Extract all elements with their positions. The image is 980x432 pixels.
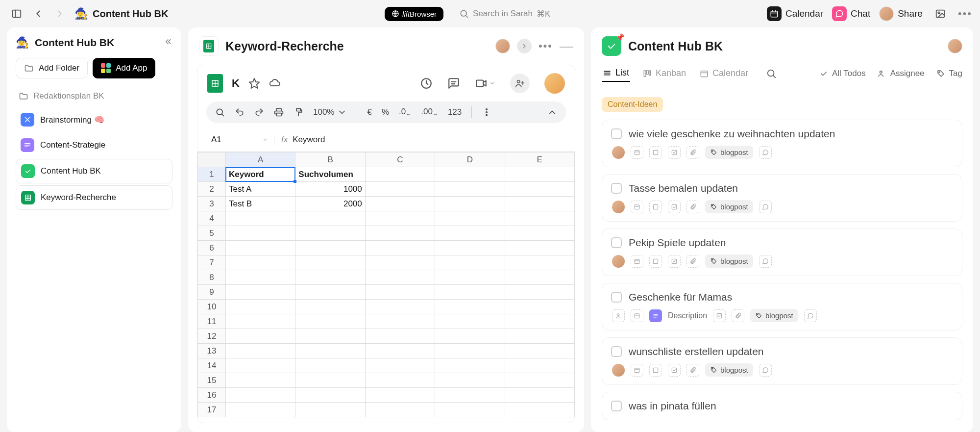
attachment-icon[interactable] — [686, 201, 699, 213]
col-header-C[interactable]: C — [365, 152, 435, 167]
chevron-down-icon[interactable] — [262, 137, 268, 143]
nav-back-icon[interactable] — [29, 5, 47, 23]
collaborator-avatar[interactable] — [948, 39, 962, 53]
subtasks-icon[interactable] — [649, 364, 662, 377]
checklist-icon[interactable] — [668, 146, 681, 159]
attachment-icon[interactable] — [732, 309, 744, 322]
cell-B1[interactable]: Suchvolumen — [295, 167, 365, 182]
comment-icon[interactable] — [447, 77, 460, 90]
panel-minimize-icon[interactable]: — — [560, 38, 573, 54]
date-icon[interactable] — [631, 201, 643, 213]
forward-circle-icon[interactable] — [517, 39, 532, 53]
row-header[interactable]: 1 — [198, 167, 226, 182]
cell-B3[interactable]: 2000 — [295, 197, 365, 211]
description-icon[interactable] — [649, 309, 662, 322]
share-button[interactable]: Share — [879, 6, 923, 21]
assignee-avatar[interactable] — [612, 364, 625, 377]
more-menu-icon[interactable]: ••• — [958, 7, 972, 20]
comments-icon[interactable] — [759, 201, 772, 213]
assignee-avatar[interactable] — [612, 255, 625, 268]
video-call-icon[interactable] — [475, 77, 495, 90]
comments-icon[interactable] — [804, 309, 817, 322]
owner-avatar[interactable] — [544, 73, 565, 94]
chat-button[interactable]: Chat — [832, 6, 870, 21]
search-tasks-icon[interactable] — [766, 68, 777, 79]
filter-all-todos[interactable]: All Todos — [819, 69, 866, 78]
panel-more-icon[interactable]: ••• — [539, 40, 553, 52]
task-checkbox[interactable] — [611, 128, 622, 139]
cell-A2[interactable]: Test A — [225, 182, 295, 197]
cell-A1[interactable]: Keyword — [225, 167, 295, 182]
sidebar-item-brainstorming[interactable]: Brainstorming 🧠 — [16, 108, 172, 131]
group-label[interactable]: Content-Ideen — [602, 97, 663, 112]
task-checkbox[interactable] — [611, 237, 622, 248]
col-header-D[interactable]: D — [435, 152, 505, 167]
comments-icon[interactable] — [759, 364, 772, 377]
comments-icon[interactable] — [759, 255, 772, 268]
subtasks-icon[interactable] — [649, 255, 662, 268]
date-icon[interactable] — [631, 364, 643, 377]
assignee-avatar[interactable] — [612, 146, 625, 159]
task-card[interactable]: was in pinata füllen — [602, 392, 962, 420]
filter-assignee[interactable]: Assignee — [878, 69, 925, 78]
attachment-icon[interactable] — [686, 146, 699, 159]
history-icon[interactable] — [420, 77, 433, 90]
col-header-A[interactable]: A — [225, 152, 295, 167]
comments-icon[interactable] — [759, 146, 772, 159]
breadcrumb[interactable]: 🧙‍♀️ Content Hub BK — [74, 7, 168, 20]
assignee-placeholder-icon[interactable] — [612, 309, 625, 322]
sidebar-section-header[interactable]: Redaktionsplan BK — [16, 89, 172, 103]
star-icon[interactable] — [248, 77, 260, 89]
add-folder-button[interactable]: Add Folder — [16, 58, 88, 78]
attachment-icon[interactable] — [686, 364, 699, 377]
lift-browser-badge[interactable]: liftBrowser — [385, 7, 443, 21]
redo-icon[interactable] — [254, 107, 264, 117]
task-checkbox[interactable] — [611, 401, 622, 411]
task-card[interactable]: wunschliste erstellen updatenblogpost — [602, 337, 962, 385]
formula-bar-value[interactable]: Keyword — [293, 135, 325, 145]
task-checkbox[interactable] — [611, 183, 622, 194]
sidebar-item-content-strategie[interactable]: Content-Strategie — [16, 133, 172, 157]
add-app-button[interactable]: Add App — [93, 58, 155, 78]
assignee-avatar[interactable] — [612, 201, 625, 213]
date-icon[interactable] — [631, 309, 643, 322]
select-all-corner[interactable] — [198, 152, 226, 167]
tag-chip[interactable]: blogpost — [705, 146, 753, 159]
decrease-decimal-button[interactable]: .0← — [399, 107, 411, 117]
col-header-B[interactable]: B — [295, 152, 365, 167]
undo-icon[interactable] — [235, 107, 245, 117]
cell-reference-input[interactable] — [207, 133, 256, 147]
more-vertical-icon[interactable] — [482, 107, 491, 117]
cell-A3[interactable]: Test B — [225, 197, 295, 211]
tag-chip[interactable]: blogpost — [705, 200, 753, 213]
percent-format-button[interactable]: % — [382, 107, 389, 117]
filter-tag[interactable]: Tag — [936, 69, 962, 78]
collapse-toolbar-icon[interactable] — [547, 107, 557, 117]
tab-list[interactable]: List — [602, 65, 630, 82]
task-card[interactable]: Geschenke für MamasDescriptionblogpost — [602, 283, 962, 330]
tab-calendar[interactable]: Calendar — [699, 65, 749, 81]
task-card[interactable]: Pekip Spiele updatenblogpost — [602, 229, 962, 276]
cell-B2[interactable]: 1000 — [295, 182, 365, 197]
date-icon[interactable] — [631, 146, 643, 159]
sidebar-item-content-hub[interactable]: Content Hub BK — [16, 159, 172, 183]
task-checkbox[interactable] — [611, 346, 622, 357]
col-header-E[interactable]: E — [505, 152, 574, 167]
checklist-icon[interactable] — [668, 364, 681, 377]
sidebar-item-keyword-recherche[interactable]: Keyword-Recherche — [16, 185, 172, 210]
subtasks-icon[interactable] — [649, 201, 662, 213]
zoom-selector[interactable]: 100% — [313, 107, 347, 117]
attachment-icon[interactable] — [686, 255, 699, 268]
checklist-icon[interactable] — [668, 255, 681, 268]
number-format-button[interactable]: 123 — [448, 107, 462, 117]
sidebar-collapse-icon[interactable] — [163, 37, 172, 49]
date-icon[interactable] — [631, 255, 643, 268]
checklist-icon[interactable] — [713, 309, 726, 322]
search-icon[interactable] — [215, 107, 225, 117]
increase-decimal-button[interactable]: .00→ — [421, 107, 438, 117]
calendar-button[interactable]: Calendar — [767, 6, 823, 21]
checklist-icon[interactable] — [668, 201, 681, 213]
share-people-icon[interactable] — [510, 74, 530, 93]
subtasks-icon[interactable] — [649, 146, 662, 159]
task-checkbox[interactable] — [611, 292, 622, 303]
